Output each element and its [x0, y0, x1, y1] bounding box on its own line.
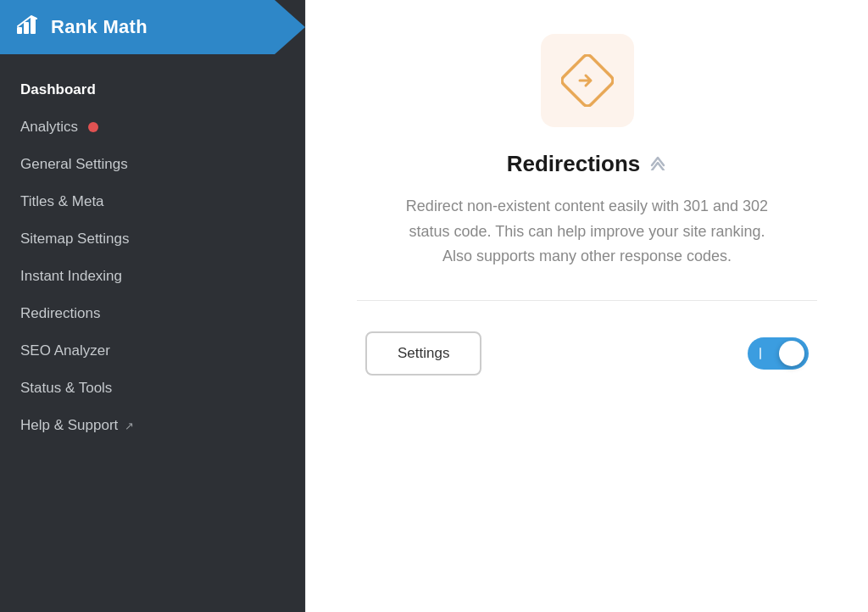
sidebar-item-analytics[interactable]: Analytics: [0, 108, 305, 146]
sidebar-brand-title: Rank Math: [51, 16, 147, 38]
analytics-notification-dot: [88, 122, 98, 132]
sidebar-item-dashboard[interactable]: Dashboard: [0, 71, 305, 108]
card-divider: [357, 300, 817, 301]
sidebar-navigation: Dashboard Analytics General Settings Tit…: [0, 54, 305, 461]
sidebar-item-titles-meta[interactable]: Titles & Meta: [0, 183, 305, 220]
sidebar-item-status-tools[interactable]: Status & Tools: [0, 370, 305, 407]
sidebar-item-label-status-tools: Status & Tools: [20, 380, 112, 397]
card-icon-wrapper: [541, 34, 634, 127]
card-title: Redirections: [507, 151, 641, 177]
card-title-row: Redirections: [507, 151, 668, 177]
svg-rect-2: [31, 17, 36, 34]
sidebar-item-redirections[interactable]: Redirections: [0, 295, 305, 332]
external-link-icon: ↗: [125, 420, 134, 432]
svg-rect-0: [17, 27, 22, 34]
sidebar-header: Rank Math: [0, 0, 305, 54]
sidebar: Rank Math Dashboard Analytics General Se…: [0, 0, 305, 612]
settings-button[interactable]: Settings: [365, 331, 481, 376]
svg-rect-1: [24, 22, 29, 34]
sidebar-item-label-instant-indexing: Instant Indexing: [20, 268, 122, 285]
sidebar-item-label-analytics: Analytics: [20, 119, 78, 136]
sidebar-item-seo-analyzer[interactable]: SEO Analyzer: [0, 332, 305, 370]
card-actions: Settings: [357, 331, 817, 376]
card-title-chevron-icon: [648, 153, 667, 175]
main-content: Redirections Redirect non-existent conte…: [305, 0, 868, 612]
sidebar-item-label-help-support: Help & Support: [20, 417, 118, 434]
toggle-wrapper: [748, 337, 809, 370]
sidebar-item-label-seo-analyzer: SEO Analyzer: [20, 342, 110, 359]
card-description: Redirect non-existent content easily wit…: [401, 194, 774, 270]
redirections-diamond-icon: [561, 54, 614, 107]
sidebar-item-label-redirections: Redirections: [20, 305, 101, 322]
toggle-knob: [779, 341, 804, 366]
module-toggle[interactable]: [748, 337, 809, 370]
sidebar-item-general-settings[interactable]: General Settings: [0, 146, 305, 183]
sidebar-item-label-sitemap-settings: Sitemap Settings: [20, 231, 130, 248]
toggle-line-icon: [760, 348, 761, 359]
rank-math-logo-icon: [17, 15, 41, 39]
sidebar-item-sitemap-settings[interactable]: Sitemap Settings: [0, 220, 305, 258]
sidebar-item-label-dashboard: Dashboard: [20, 81, 96, 98]
sidebar-item-instant-indexing[interactable]: Instant Indexing: [0, 258, 305, 295]
sidebar-item-label-general-settings: General Settings: [20, 156, 128, 173]
sidebar-item-help-support[interactable]: Help & Support ↗: [0, 407, 305, 444]
sidebar-item-label-titles-meta: Titles & Meta: [20, 193, 104, 210]
